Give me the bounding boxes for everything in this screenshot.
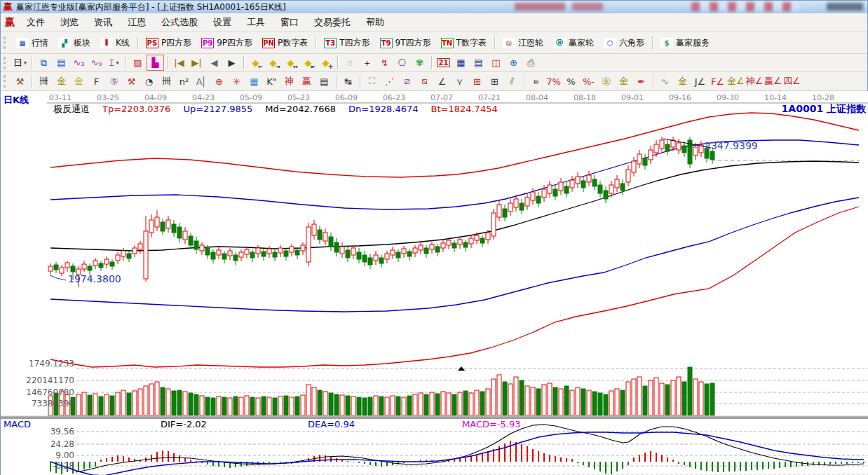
menu-item-0[interactable]: 文件 [19, 15, 53, 30]
toolbar3-button-3[interactable]: 金 [53, 74, 70, 90]
toolbar3-button-16[interactable]: 神 [280, 74, 298, 90]
toolbar2-button-20[interactable]: ◆✛ [317, 55, 334, 71]
toolbar3-button-0[interactable]: ⚒ [11, 74, 29, 90]
toolbar2-button-4[interactable]: ∿₃ [70, 55, 88, 71]
menu-item-6[interactable]: 工具 [239, 15, 273, 30]
title-bar[interactable]: 赢 赢家江恩专业版[赢家内部服务平台] - [上证指数 SH1A0001-165… [1, 1, 867, 13]
toolbar2-button-32[interactable]: ⊕ [505, 55, 522, 71]
toolbar1-button-5[interactable]: P99P四方形 [196, 35, 257, 51]
toolbar3-button-14[interactable]: ▦ [245, 74, 263, 90]
toolbar3-button-2[interactable]: 卌 [35, 74, 53, 90]
toolbar2-button-19[interactable]: ◆⇤ [299, 55, 317, 71]
toolbar3-button-42[interactable]: J∠ [691, 74, 709, 90]
toolbar3-button-28[interactable]: ⊞ [468, 74, 486, 90]
kline-chart[interactable]: 03-1103-2504-0904-2305-0905-2306-0906-23… [1, 91, 868, 475]
menu-item-2[interactable]: 资讯 [86, 15, 120, 30]
toolbar2-button-12[interactable]: ▶| [188, 55, 205, 71]
toolbar3-button-13[interactable]: ✳ [228, 74, 245, 90]
toolbar3-button-18[interactable]: ▤ [316, 74, 333, 90]
toolbar3-button-30[interactable]: ⫽ [503, 74, 521, 90]
toolbar2-button-9[interactable]: ▙ [147, 55, 164, 71]
menu-item-1[interactable]: 浏览 [53, 15, 86, 30]
toolbar1-button-6[interactable]: PNP数字表 [257, 35, 313, 51]
menu-item-7[interactable]: 窗口 [273, 15, 306, 30]
toolbar3-button-5[interactable]: F [88, 74, 105, 90]
toolbar1-button-13[interactable]: Ⓑ赢家轮 [548, 35, 599, 51]
toolbar3-button-15[interactable]: K" [263, 74, 280, 90]
toolbar2-button-23[interactable]: ＋ [358, 55, 376, 71]
toolbar3-button-23[interactable]: ⋰ [381, 74, 398, 90]
toolbar1-button-14[interactable]: ⬡六角形 [599, 35, 649, 51]
toolbar2-button-16[interactable]: ◆← [247, 55, 264, 71]
toolbar-grip[interactable] [4, 36, 8, 49]
toolbar3-button-43[interactable]: F∠ [709, 74, 726, 90]
menu-item-9[interactable]: 帮助 [358, 15, 392, 30]
toolbar3-button-41[interactable]: 金 [674, 74, 691, 90]
toolbar3-button-37[interactable]: 金 [615, 74, 632, 90]
toolbar3-button-12[interactable]: ⊕ [210, 74, 228, 90]
toolbar1-button-10[interactable]: TNT数字表 [436, 35, 491, 51]
menu-item-8[interactable]: 交易委托 [306, 15, 358, 30]
toolbar3-button-32[interactable]: ⫢ [527, 74, 545, 90]
toolbar2-button-5[interactable]: ∿₉ [88, 55, 105, 71]
toolbar2-button-8[interactable]: ▨ [129, 55, 147, 71]
toolbar1-button-4[interactable]: PSP四方形 [141, 35, 196, 51]
toolbar2-button-6[interactable]: ⌶ [105, 55, 123, 71]
toolbar2-button-13[interactable]: ◀ [205, 55, 223, 71]
toolbar3-button-4[interactable]: 金 [70, 74, 88, 90]
toolbar2-button-17[interactable]: ◆→ [264, 55, 282, 71]
toolbar3-button-11[interactable]: A⎢ [193, 74, 210, 90]
toolbar-grip[interactable] [4, 57, 8, 69]
toolbar-grip[interactable] [4, 75, 8, 88]
toolbar2-button-25[interactable]: ⎔ [393, 55, 411, 71]
macd-header: MACDDIF=-2.02DEA=0.94MACD=-5.93 [1, 420, 868, 430]
toolbar3-button-24[interactable]: ⧄ [398, 74, 416, 90]
toolbar3-button-47[interactable]: 四∠ [782, 74, 801, 90]
toolbar3-button-9[interactable]: 卌 [158, 74, 175, 90]
toolbar3-button-20[interactable]: ↹ [339, 74, 357, 90]
toolbar3-button-26[interactable]: ∠ [433, 74, 451, 90]
toolbar2-button-3[interactable]: ▤ [53, 55, 70, 71]
toolbar1-button-1[interactable]: ▞板块 [53, 35, 95, 51]
toolbar2-button-22[interactable]: ☝ [341, 55, 358, 71]
toolbar3-button-38[interactable]: ✒ [632, 74, 650, 90]
toolbar1-button-8[interactable]: T3T四方形 [319, 35, 374, 51]
toolbar3-button-45[interactable]: 神∠ [745, 74, 764, 90]
toolbar3-button-44[interactable]: 金∠ [726, 74, 745, 90]
toolbar1-button-9[interactable]: T99T四方形 [375, 35, 436, 51]
toolbar1-button-2[interactable]: ⫼K线 [95, 35, 135, 51]
toolbar2-button-26[interactable]: ✾ [411, 55, 428, 71]
menu-item-4[interactable]: 公式选股 [154, 15, 205, 30]
toolbar1-button-12[interactable]: ◎江恩轮 [498, 35, 548, 51]
toolbar2-button-31[interactable]: ◫ [487, 55, 505, 71]
toolbar3-button-36[interactable]: ㊎ [597, 74, 615, 90]
toolbar2-button-18[interactable]: ◆↔ [282, 55, 299, 71]
toolbar3-button-29[interactable]: ⊞ [486, 74, 503, 90]
toolbar3-button-27[interactable]: ⋎ [451, 74, 468, 90]
toolbar3-button-34[interactable]: % [562, 74, 580, 90]
toolbar2-button-14[interactable]: ▶ [223, 55, 240, 71]
toolbar2-button-29[interactable]: ▦ [452, 55, 470, 71]
menu-item-5[interactable]: 设置 [205, 15, 239, 30]
toolbar3-button-35[interactable]: %- [580, 74, 597, 90]
toolbar3-button-6[interactable]: ⑤ [105, 74, 123, 90]
toolbar1-button-16[interactable]: $赢家服务 [656, 35, 714, 51]
toolbar2-button-0[interactable]: 日 [11, 55, 29, 71]
toolbar2-button-11[interactable]: |◀ [170, 55, 188, 71]
toolbar3-button-40[interactable]: ∿ [656, 74, 674, 90]
toolbar3-button-10[interactable]: n² [175, 74, 193, 90]
toolbar2-button-2[interactable]: ⧉ [35, 55, 53, 71]
toolbar3-button-46[interactable]: 赢∠ [764, 74, 782, 90]
toolbar3-button-25[interactable]: ⧅ [416, 74, 433, 90]
toolbar2-button-30[interactable]: ▤ [470, 55, 487, 71]
toolbar2-button-33[interactable]: ⎙ [522, 55, 540, 71]
menu-item-3[interactable]: 江恩 [120, 15, 154, 30]
toolbar1-button-0[interactable]: ▦行情 [11, 35, 53, 51]
toolbar3-button-8[interactable]: ◔ [140, 74, 158, 90]
toolbar3-button-22[interactable]: ⛶ [363, 74, 381, 90]
toolbar3-button-17[interactable]: 赢 [298, 74, 316, 90]
toolbar2-button-24[interactable]: ↯ [376, 55, 393, 71]
toolbar2-button-28[interactable]: 21 [435, 55, 452, 71]
toolbar3-button-33[interactable]: 7% [545, 74, 562, 90]
toolbar3-button-7[interactable]: ⚒ [123, 74, 140, 90]
